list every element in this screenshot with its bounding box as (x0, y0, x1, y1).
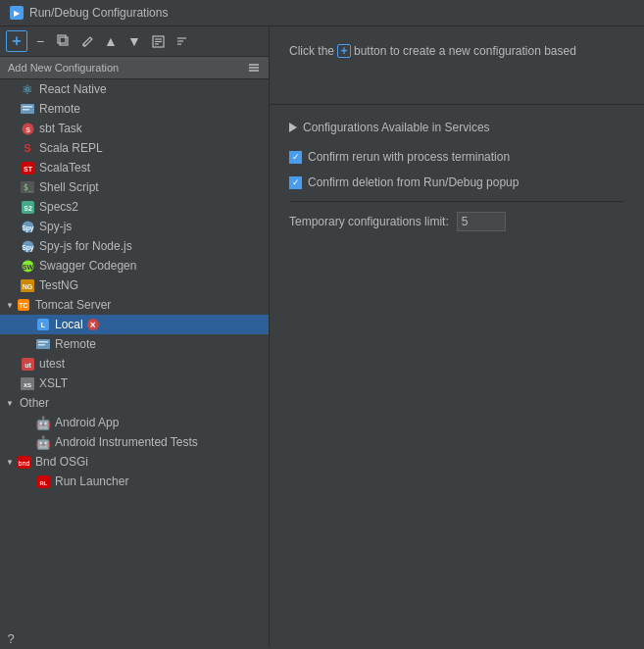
item-label: Spy-js (39, 220, 72, 233)
xslt-icon: XS (20, 375, 35, 391)
deletion-checkbox[interactable] (289, 176, 302, 189)
list-item[interactable]: S sbt Task (0, 119, 269, 138)
svg-text:TC: TC (19, 302, 27, 309)
svg-rect-0 (60, 37, 68, 45)
spyjs-icon: Spy (20, 219, 35, 234)
svg-rect-1 (58, 35, 66, 43)
title-bar: ▶ Run/Debug Configurations (0, 0, 644, 26)
expand-arrow-icon: ▼ (4, 299, 16, 311)
tomcat-icon: TC (16, 297, 31, 313)
list-item[interactable]: Remote (0, 334, 269, 354)
services-label: Configurations Available in Services (303, 121, 490, 134)
list-item[interactable]: SW Swagger Codegen (0, 256, 269, 275)
sbt-icon: S (20, 121, 35, 136)
item-label: XSLT (39, 376, 68, 390)
svg-text:ut: ut (25, 361, 31, 368)
remove-config-button[interactable]: − (29, 30, 51, 52)
help-button[interactable]: ? (0, 627, 22, 649)
expand-arrow-other-icon: ▼ (4, 397, 16, 409)
list-item[interactable]: Remote (0, 99, 269, 119)
header-menu-icon[interactable] (247, 61, 261, 75)
config-header-label: Add New Configuration (8, 62, 119, 74)
remote-icon (20, 101, 35, 117)
bnd-osgi-group[interactable]: ▼ bnd Bnd OSGi (0, 452, 269, 472)
item-label: React Native (39, 82, 107, 96)
svg-text:S: S (25, 125, 30, 132)
rerun-checkbox-row[interactable]: Confirm rerun with process termination (289, 150, 624, 164)
item-label: sbt Task (39, 122, 82, 135)
bnd-icon: bnd (16, 454, 31, 470)
svg-text:bnd: bnd (18, 459, 29, 466)
local-icon: L (35, 317, 51, 332)
svg-text:Spy: Spy (22, 224, 33, 231)
bottom-section: Configurations Available in Services Con… (270, 105, 644, 646)
hint-prefix: Click the (289, 42, 334, 60)
copy-config-button[interactable] (53, 30, 74, 52)
list-item[interactable]: ⚛ React Native (0, 79, 269, 99)
utest-icon: ut (20, 356, 35, 372)
item-label: Spy-js for Node.js (39, 239, 132, 253)
react-icon: ⚛ (20, 81, 35, 97)
tree-list: ⚛ React Native Remote S sbt Task S Sc (0, 79, 269, 646)
item-label: Tomcat Server (35, 298, 111, 312)
swagger-icon: SW (20, 258, 35, 274)
hint-area: Click the + button to create a new confi… (270, 26, 644, 105)
item-label: Shell Script (39, 180, 99, 194)
list-item[interactable]: XS XSLT (0, 374, 269, 393)
svg-text:XS: XS (24, 381, 31, 387)
svg-text:$_: $_ (24, 183, 33, 192)
svg-text:S2: S2 (24, 204, 32, 211)
sort-button[interactable] (171, 30, 192, 52)
right-panel: Click the + button to create a new confi… (270, 26, 644, 646)
list-item[interactable]: NG TestNG (0, 275, 269, 295)
svg-text:SW: SW (22, 263, 33, 270)
add-config-button[interactable]: + (6, 30, 27, 52)
deletion-label: Confirm deletion from Run/Debug popup (308, 175, 519, 189)
svg-text:NG: NG (23, 282, 33, 289)
list-item[interactable]: ST ScalaTest (0, 158, 269, 177)
android-app-icon: 🤖 (35, 415, 51, 430)
edit-config-button[interactable] (76, 30, 98, 52)
svg-rect-38 (38, 341, 48, 343)
list-item[interactable]: Spy Spy-js for Node.js (0, 236, 269, 256)
list-item[interactable]: RL Run Launcher (0, 472, 269, 491)
testng-icon: NG (20, 277, 35, 293)
svg-rect-39 (38, 344, 45, 346)
tomcat-remote-icon (35, 336, 51, 352)
list-item[interactable]: S2 Specs2 (0, 197, 269, 217)
item-label: TestNG (39, 278, 78, 292)
list-item[interactable]: 🤖 Android Instrumented Tests (0, 432, 269, 452)
item-label: Remote (55, 337, 96, 351)
list-item[interactable]: S Scala REPL (0, 138, 269, 158)
item-label: Other (16, 396, 49, 410)
triangle-icon (289, 123, 297, 132)
move-up-button[interactable]: ▲ (100, 30, 122, 52)
deletion-checkbox-row[interactable]: Confirm deletion from Run/Debug popup (289, 175, 624, 189)
item-label: Scala REPL (39, 141, 103, 155)
list-item[interactable]: 🤖 Android App (0, 413, 269, 432)
other-group[interactable]: ▼ Other (0, 393, 269, 413)
item-label: utest (39, 357, 65, 371)
run-launcher-icon: RL (35, 474, 51, 489)
item-label: Run Launcher (55, 474, 128, 488)
svg-text:ST: ST (24, 165, 33, 172)
temp-config-input[interactable] (457, 212, 506, 231)
rerun-checkbox[interactable] (289, 151, 302, 164)
filter-button[interactable] (147, 30, 169, 52)
list-item[interactable]: $_ Shell Script (0, 177, 269, 197)
move-down-button[interactable]: ▼ (124, 30, 145, 52)
temp-config-row: Temporary configurations limit: (289, 201, 624, 231)
list-item[interactable]: L Local × (0, 315, 269, 334)
spyjs-node-icon: Spy (20, 238, 35, 254)
svg-text:RL: RL (39, 479, 47, 485)
list-item[interactable]: ut utest (0, 354, 269, 374)
hint-suffix: button to create a new configuration bas… (354, 42, 576, 60)
services-row[interactable]: Configurations Available in Services (289, 117, 624, 138)
shell-icon: $_ (20, 179, 35, 195)
expand-arrow-bnd-icon: ▼ (4, 456, 16, 468)
item-label: Android Instrumented Tests (55, 435, 198, 449)
svg-rect-16 (23, 109, 29, 111)
tomcat-server-group[interactable]: ▼ TC Tomcat Server (0, 295, 269, 315)
item-label: Bnd OSGi (35, 455, 88, 469)
list-item[interactable]: Spy Spy-js (0, 217, 269, 236)
